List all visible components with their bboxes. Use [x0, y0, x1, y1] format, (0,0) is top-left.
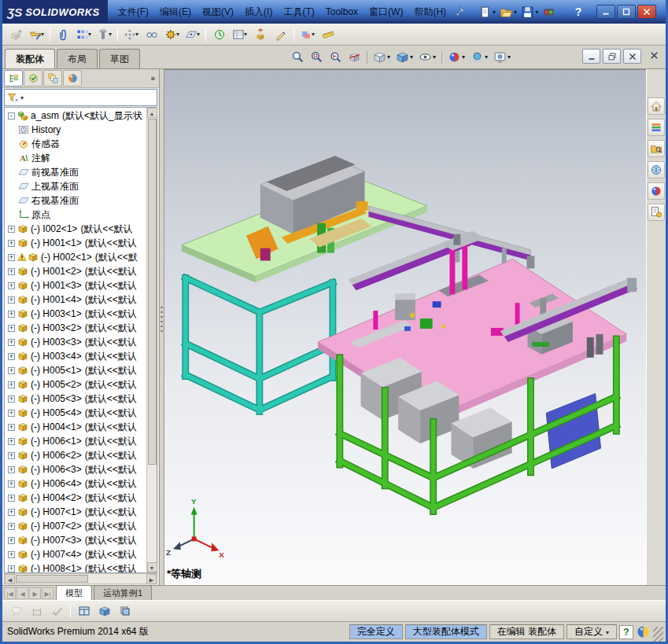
new-document-button[interactable]: ▾: [477, 3, 497, 20]
tree-item[interactable]: +(-) H006<3>(默认<<默认: [5, 462, 146, 477]
model-tab[interactable]: 模型: [56, 585, 92, 600]
view-settings-button[interactable]: ▾: [491, 48, 513, 66]
tree-item[interactable]: +(-) H004<1>(默认<<默认: [5, 420, 146, 434]
dropdown-caret-icon[interactable]: ▾: [197, 31, 200, 38]
tab-scroll-prev-button[interactable]: ◀: [17, 587, 28, 599]
menu-item[interactable]: 工具(T): [278, 3, 319, 21]
tree-item[interactable]: +(-) H006<1>(默认<<默认: [5, 434, 146, 448]
apply-scene-button[interactable]: ▾: [468, 48, 490, 66]
dropdown-caret-icon[interactable]: ▾: [462, 53, 465, 61]
dropdown-caret-icon[interactable]: ▾: [109, 31, 112, 38]
dropdown-caret-icon[interactable]: ▾: [514, 9, 517, 16]
resize-grip[interactable]: [653, 627, 663, 642]
tree-item[interactable]: +(-) H008<1>(默认<<默认: [5, 561, 146, 572]
exploded-view-button[interactable]: [250, 25, 270, 43]
tree-expand-toggle[interactable]: +: [8, 367, 15, 374]
status-field[interactable]: 自定义▾: [567, 624, 617, 639]
menu-item[interactable]: Toolbox: [320, 4, 364, 20]
bill-of-materials-button[interactable]: ▾: [230, 25, 249, 43]
tree-expand-toggle[interactable]: +: [8, 480, 15, 488]
insert-components-button[interactable]: [6, 25, 26, 43]
window-close-button[interactable]: [637, 5, 656, 19]
spell-check-button[interactable]: [47, 602, 67, 620]
toolbox-lights-button[interactable]: [541, 3, 557, 20]
tree-expand-toggle[interactable]: +: [8, 240, 15, 247]
featuremanager-tab[interactable]: [4, 70, 23, 86]
measure-button[interactable]: [318, 25, 338, 43]
tree-expand-toggle[interactable]: +: [8, 509, 15, 516]
dimension-button[interactable]: [27, 602, 46, 620]
tree-item[interactable]: +(-) H005<1>(默认<<默认: [5, 363, 146, 377]
tab-scroll-first-button[interactable]: |◀: [4, 587, 16, 599]
panel-overflow-button[interactable]: »: [150, 74, 157, 83]
web-globe-icon[interactable]: [636, 624, 651, 639]
file-explorer-button[interactable]: [648, 140, 665, 157]
configurationmanager-tab[interactable]: [43, 70, 62, 86]
tree-expand-toggle[interactable]: +: [8, 523, 15, 530]
open-document-button[interactable]: ▾: [498, 3, 519, 20]
tree-item[interactable]: -a_asm(默认<默认_显示状: [5, 109, 146, 123]
menu-item[interactable]: 编辑(E): [154, 3, 197, 21]
dropdown-caret-icon[interactable]: ▾: [135, 31, 138, 38]
tree-item[interactable]: +(-) H005<4>(默认<<默认: [5, 406, 146, 420]
section-view-button[interactable]: [345, 48, 364, 66]
dropdown-caret-icon[interactable]: ▾: [387, 53, 390, 61]
tree-expand-toggle[interactable]: -: [8, 112, 15, 120]
tree-item[interactable]: +(-) H007<1>(默认<<默认: [5, 505, 146, 519]
tree-expand-toggle[interactable]: +: [8, 282, 15, 289]
tree-item[interactable]: 传感器: [5, 137, 146, 151]
dropdown-caret-icon[interactable]: ▾: [507, 53, 511, 61]
shaded-cube-button[interactable]: [94, 602, 114, 620]
tree-item[interactable]: +(-) H006<4>(默认<<默认: [5, 477, 146, 491]
tree-item[interactable]: +(-) H005<3>(默认<<默认: [5, 392, 146, 406]
tree-expand-toggle[interactable]: +: [8, 381, 15, 388]
dropdown-caret-icon[interactable]: ▾: [312, 31, 315, 38]
scroll-thumb[interactable]: [148, 119, 157, 465]
new-motion-study-button[interactable]: [209, 25, 229, 43]
dropdown-caret-icon[interactable]: ▾: [88, 31, 91, 38]
tree-item[interactable]: 上视基准面: [5, 179, 146, 193]
dropdown-caret-icon[interactable]: ▾: [485, 53, 488, 61]
tree-item[interactable]: +(-) H006<2>(默认<<默认: [5, 448, 146, 462]
dropdown-caret-icon[interactable]: ▾: [41, 31, 44, 38]
tree-expand-toggle[interactable]: +: [8, 452, 15, 459]
tree-item[interactable]: A注解: [5, 151, 146, 165]
layer-properties-button[interactable]: [115, 602, 135, 620]
tree-item[interactable]: +(-) H005<2>(默认<<默认: [5, 377, 146, 392]
dropdown-caret-icon[interactable]: ▾: [410, 53, 413, 61]
command-tab[interactable]: 草图: [99, 49, 140, 68]
appearances-button[interactable]: [648, 182, 665, 200]
tree-item[interactable]: +(-) H007<3>(默认<<默认: [5, 533, 146, 547]
tree-item[interactable]: +(-) H001<2>(默认<<默认: [5, 264, 146, 278]
mate-button[interactable]: [54, 25, 73, 43]
pin-icon[interactable]: [453, 6, 466, 18]
tree-expand-toggle[interactable]: +: [8, 424, 15, 431]
save-button[interactable]: ▾: [519, 3, 540, 20]
previous-view-button[interactable]: [327, 48, 345, 66]
tree-item[interactable]: +(-) H003<4>(默认<<默认: [5, 349, 146, 363]
edit-appearance-button[interactable]: ▾: [445, 48, 467, 66]
edit-component-button[interactable]: ▾: [27, 25, 46, 43]
assembly-features-button[interactable]: ▾: [162, 25, 182, 43]
linear-component-pattern-button[interactable]: ▾: [74, 25, 94, 43]
displaymanager-tab[interactable]: [63, 70, 82, 86]
tree-expand-toggle[interactable]: +: [8, 226, 15, 233]
tree-expand-toggle[interactable]: +: [8, 466, 15, 473]
dropdown-caret-icon[interactable]: ▾: [606, 629, 609, 636]
home-button[interactable]: [648, 98, 665, 115]
help-button[interactable]: ?: [571, 6, 585, 18]
tree-filter[interactable]: ▾: [4, 89, 157, 106]
tree-expand-toggle[interactable]: +: [8, 410, 15, 417]
command-tab[interactable]: 布局: [57, 49, 98, 68]
note-button[interactable]: [6, 602, 26, 620]
scroll-left-icon[interactable]: ◀: [5, 574, 15, 584]
window-pane-button[interactable]: [74, 602, 94, 620]
scroll-up-icon[interactable]: ▲: [147, 108, 157, 118]
view-orientation-button[interactable]: ▾: [371, 48, 393, 66]
tree-item[interactable]: +(-) H004<2>(默认<<默认: [5, 491, 146, 505]
tree-item[interactable]: 右视基准面: [5, 193, 146, 208]
tree-vertical-scrollbar[interactable]: ▲ ▼: [146, 108, 157, 572]
tree-item[interactable]: +(-) H002<1>(默认<<默: [5, 250, 146, 264]
tree-item[interactable]: History: [5, 123, 146, 137]
window-minimize-button[interactable]: [596, 5, 615, 19]
